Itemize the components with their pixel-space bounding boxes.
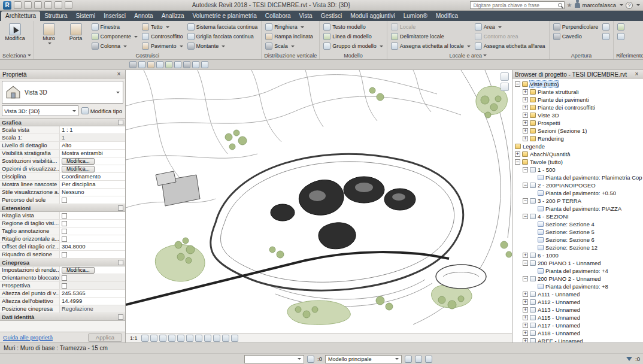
tree-item-2-200pianoipogeo[interactable]: 2 - 200PIANOIPOGEO — [512, 181, 643, 189]
view-instance-selector[interactable]: Vista 3D: {3D} — [2, 105, 78, 116]
section-dati-identita[interactable]: Dati identità — [0, 313, 125, 321]
finestra-button[interactable]: Finestra — [90, 22, 139, 32]
tree-item-sezione-6[interactable]: Sezione: Sezione 6 — [512, 236, 643, 244]
pavimento-button[interactable]: Pavimento — [141, 41, 184, 51]
redo-icon[interactable] — [54, 1, 62, 9]
tab-collabora[interactable]: Collabora — [261, 11, 295, 21]
expand-icon[interactable] — [523, 113, 528, 118]
modifica-rendering-button[interactable]: Modifica... — [62, 267, 95, 274]
crop-view-icon[interactable] — [186, 335, 193, 342]
design-option-selector[interactable]: Modello principale — [325, 355, 402, 363]
print-icon[interactable] — [65, 1, 72, 9]
delimitatore-locale-button[interactable]: Delimitatore locale — [390, 32, 472, 41]
tree-item-4-sezioni[interactable]: 4 - SEZIONI — [512, 213, 643, 220]
expand-icon[interactable] — [523, 136, 528, 141]
apply-button[interactable]: Applica — [88, 333, 122, 342]
reveal-hidden-elements-icon[interactable] — [222, 335, 229, 342]
panel-label-locale-e-area[interactable]: Locale e area — [387, 51, 549, 59]
linea-riferimento-button[interactable] — [616, 32, 626, 41]
section-collapse-icon[interactable] — [118, 120, 123, 125]
section-grafica[interactable]: Grafica — [0, 119, 125, 126]
section-collapse-icon[interactable] — [118, 205, 123, 211]
expand-icon[interactable] — [523, 299, 528, 305]
tree-item-tavole-tutto[interactable]: Tavole (tutto) — [512, 158, 643, 166]
save-icon[interactable] — [24, 1, 32, 9]
user-menu-caret-icon[interactable] — [620, 4, 623, 6]
collapse-icon[interactable] — [515, 81, 520, 87]
canvas-toolbar-icon-8[interactable] — [192, 61, 199, 68]
temporary-hide-isolate-icon[interactable] — [213, 335, 220, 342]
crop-region-checkbox[interactable] — [62, 221, 67, 226]
tab-lumion[interactable]: Lumion® — [399, 11, 432, 21]
favorites-star-icon[interactable]: ★ — [567, 1, 572, 9]
sun-path-icon[interactable] — [159, 335, 166, 342]
colonna-button[interactable]: Colonna — [90, 41, 139, 51]
tree-item-pianta-8[interactable]: Pianta del pavimento: +8 — [512, 283, 643, 290]
tree-item-pianta-4[interactable]: Pianta del pavimento: +4 — [512, 267, 643, 275]
tree-item-1-500[interactable]: 1 - 500 — [512, 166, 643, 174]
griglia-facciata-button[interactable]: Griglia facciata continua — [186, 32, 259, 41]
locked-orientation-checkbox[interactable] — [62, 275, 67, 281]
perspective-checkbox[interactable] — [62, 283, 67, 289]
tree-item-200-piano-1[interactable]: 200 PIANO 1 - Unnamed — [512, 259, 643, 267]
tree-item-a112[interactable]: A112 - Unnamed — [512, 298, 643, 306]
tree-item-viste-tutto[interactable]: Viste (tutto) — [512, 80, 643, 88]
navigation-wheel-icon[interactable] — [501, 72, 509, 81]
tree-item-a113[interactable]: A113 - Unnamed — [512, 306, 643, 314]
zoom-icon[interactable] — [501, 83, 509, 91]
crop-region-visibility-icon[interactable] — [195, 335, 202, 342]
tree-item-3-200-p-terra[interactable]: 3 - 200 P TERRA — [512, 197, 643, 205]
signed-in-user[interactable]: marcofalasca — [583, 2, 617, 8]
expand-icon[interactable] — [523, 323, 528, 328]
editable-only-icon[interactable] — [415, 356, 422, 363]
unlocked-3d-view-icon[interactable] — [204, 335, 211, 342]
tab-analizza[interactable]: Analizza — [157, 11, 189, 21]
expand-icon[interactable] — [523, 105, 528, 110]
modifica-visibilita-button[interactable]: Modifica... — [62, 158, 95, 165]
apertura-muro-button[interactable] — [601, 22, 611, 32]
scala-button[interactable]: Scala — [264, 41, 314, 51]
expand-icon[interactable] — [523, 338, 528, 342]
tab-moduli-aggiuntivi[interactable]: Moduli aggiuntivi — [346, 11, 399, 21]
tree-item-abachi[interactable]: Abachi/Quantità — [512, 150, 643, 158]
tree-item-aree[interactable]: AREE - Unnamed — [512, 337, 643, 342]
section-collapse-icon[interactable] — [118, 260, 123, 265]
canvas-toolbar-icon-4[interactable] — [156, 61, 163, 68]
expand-icon[interactable] — [523, 89, 528, 95]
open-icon[interactable] — [14, 1, 22, 9]
piano-riferimento-button[interactable] — [616, 22, 626, 32]
tree-item-piante-strutturali[interactable]: Piante strutturali — [512, 88, 643, 96]
section-cinepresa[interactable]: Cinepresa — [0, 259, 125, 266]
press-drag-icon[interactable] — [425, 356, 432, 363]
sun-path-checkbox[interactable] — [62, 198, 67, 203]
canvas-toolbar-icon-3[interactable] — [147, 61, 154, 68]
tab-sistemi[interactable]: Sistemi — [72, 11, 100, 21]
panel-label-distribuzione[interactable]: Distribuzione verticale — [262, 51, 319, 59]
tab-volumetrie[interactable]: Volumetrie e planimetria — [189, 11, 261, 21]
exclude-options-icon[interactable] — [405, 356, 412, 363]
panel-label-modello[interactable]: Modello — [320, 51, 387, 59]
tree-item-sezione-4[interactable]: Sezione: Sezione 4 — [512, 220, 643, 228]
view-scale-button[interactable]: 1:1 — [128, 335, 139, 341]
3d-view[interactable] — [126, 70, 512, 333]
section-estensioni[interactable]: Estensioni — [0, 204, 125, 212]
workset-selector[interactable] — [244, 355, 304, 363]
tab-architettura[interactable]: Architettura — [1, 11, 40, 21]
expand-icon[interactable] — [523, 128, 528, 134]
app-icon[interactable]: R — [3, 1, 11, 10]
expand-icon[interactable] — [523, 292, 528, 297]
tab-inserisci[interactable]: Inserisci — [99, 11, 130, 21]
drawing-canvas[interactable] — [126, 70, 512, 333]
expand-icon[interactable] — [523, 307, 528, 313]
modifica-button[interactable]: Modifica — [2, 22, 28, 51]
worksharing-display-icon[interactable] — [231, 335, 238, 342]
porta-button[interactable]: Porta — [63, 22, 89, 51]
etichetta-locale-button[interactable]: Assegna etichetta al locale — [390, 41, 472, 51]
properties-help-link[interactable]: Guida alle proprietà — [3, 334, 53, 341]
collapse-icon[interactable] — [523, 183, 528, 188]
perpendicolare-button[interactable]: Perpendicolare — [552, 22, 600, 32]
collapse-icon[interactable] — [523, 214, 528, 219]
panel-label-riferimento[interactable]: Riferimento — [614, 51, 643, 59]
canvas-toolbar-icon-9[interactable] — [201, 61, 208, 68]
cavedio-button[interactable]: Cavedio — [552, 32, 600, 41]
